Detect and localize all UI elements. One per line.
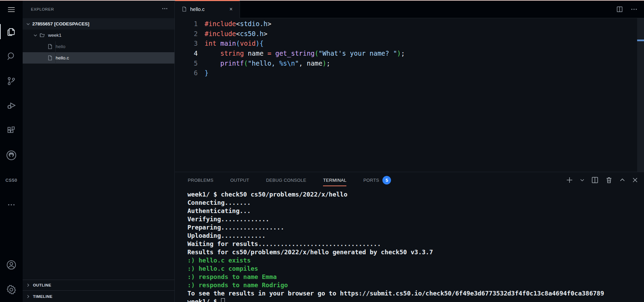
panel-tab-debug-console[interactable]: DEBUG CONSOLE: [266, 172, 306, 188]
line-number: 4: [175, 48, 198, 58]
new-terminal-button[interactable]: [565, 176, 574, 184]
code-text: string name = get_string("What's your na…: [198, 48, 405, 58]
tree-item-27855657-codespaces-[interactable]: 27855657 [CODESPACES]: [23, 18, 174, 30]
settings-button[interactable]: [0, 277, 23, 302]
explorer-files-icon: [6, 26, 16, 37]
panel-tab-terminal[interactable]: TERMINAL: [323, 172, 346, 188]
code-text: int main(void){: [198, 38, 264, 48]
split-terminal-icon: [591, 176, 599, 184]
terminal-line-success: :) hello.c compiles: [187, 265, 641, 273]
editor-scrollbar[interactable]: [637, 18, 644, 172]
chevron-down-icon: [25, 21, 31, 27]
ports-count-badge: 5: [382, 176, 391, 184]
terminal-dropdown-button[interactable]: [579, 177, 585, 183]
activity-source-control-button[interactable]: [0, 69, 23, 93]
activity-bar: CS50: [0, 0, 23, 302]
split-editor-icon: [616, 5, 623, 13]
code-text: }: [198, 68, 208, 78]
code-line-3[interactable]: 3int main(void){: [175, 38, 644, 48]
file-icon: [47, 44, 53, 49]
tab-hello-c[interactable]: hello.c ×: [175, 0, 240, 18]
section-timeline[interactable]: TIMELINE: [23, 290, 174, 302]
code-line-4[interactable]: 4 string name = get_string("What's your …: [175, 48, 644, 58]
tab-label: hello.c: [190, 7, 205, 12]
panel-tab-output[interactable]: OUTPUT: [230, 172, 249, 188]
maximize-panel-button[interactable]: [619, 177, 626, 183]
editor-group: hello.c × 1#include<stdio.h>2#include<cs…: [175, 0, 644, 302]
split-editor-button[interactable]: [616, 5, 623, 13]
file-icon: [47, 55, 53, 61]
terminal-line: week1/ $: [187, 298, 641, 302]
account-button[interactable]: [0, 253, 23, 277]
activity-run-debug-button[interactable]: [0, 93, 23, 118]
bottom-panel: PROBLEMSOUTPUTDEBUG CONSOLETERMINALPORTS…: [175, 172, 644, 302]
terminal-line-success: :) responds to name Rodrigo: [187, 281, 641, 289]
sidebar-explorer: EXPLORER 27855657 [CODESPACES]week1hello…: [23, 0, 175, 302]
code-line-5[interactable]: 5 printf("hello, %s\n", name);: [175, 58, 644, 68]
file-tree: 27855657 [CODESPACES]week1hellohello.c: [23, 18, 174, 64]
terminal-line: Verifying.............: [187, 215, 641, 223]
code-text: #include<stdio.h>: [198, 19, 272, 29]
folder-open-icon: [39, 32, 45, 38]
close-panel-button[interactable]: [632, 177, 639, 183]
code-line-1[interactable]: 1#include<stdio.h>: [175, 19, 644, 29]
activity-explorer-button[interactable]: [0, 19, 23, 44]
account-icon: [6, 259, 17, 270]
code-line-2[interactable]: 2#include<cs50.h>: [175, 29, 644, 39]
chevron-right-icon: [25, 282, 31, 288]
github-octocat-icon: [5, 149, 17, 161]
activity-github-button[interactable]: [0, 143, 23, 168]
vscode-window: CS50 EXPLORER 27855657 [CODESPACES]week1…: [0, 0, 644, 302]
panel-actions: [565, 172, 639, 188]
code-editor[interactable]: 1#include<stdio.h>2#include<cs50.h>3int …: [175, 18, 644, 172]
section-outline[interactable]: OUTLINE: [23, 280, 174, 290]
ellipsis-icon: [7, 200, 16, 209]
terminal-line: week1/ $ check50 cs50/problems/2022/x/he…: [187, 190, 641, 199]
activity-extensions-button[interactable]: [0, 118, 23, 143]
activity-bar-bottom: [0, 253, 23, 302]
ellipsis-icon: [630, 5, 638, 13]
extensions-icon: [6, 125, 16, 136]
terminal-output[interactable]: week1/ $ check50 cs50/problems/2022/x/he…: [187, 188, 641, 302]
tabbar-actions: [616, 0, 638, 18]
editor-tab-bar: hello.c ×: [175, 0, 644, 18]
chevron-up-icon: [619, 177, 626, 183]
activity-cs50-button[interactable]: CS50: [0, 168, 23, 192]
tree-item-week1[interactable]: week1: [23, 30, 174, 41]
tree-item-hello[interactable]: hello: [23, 41, 174, 52]
ellipsis-icon: [161, 5, 168, 12]
tree-indent-guide: [55, 41, 56, 64]
gear-icon: [6, 284, 17, 295]
activity-more-button[interactable]: [0, 192, 23, 217]
panel-tab-label: TERMINAL: [323, 178, 346, 183]
chevron-down-icon: [579, 177, 585, 183]
terminal-line: Preparing.................: [187, 223, 641, 232]
tree-item-label: hello.c: [56, 55, 69, 60]
window-top-border: [0, 0, 644, 1]
panel-tab-problems[interactable]: PROBLEMS: [188, 172, 214, 188]
line-number: 1: [175, 19, 198, 29]
explorer-more-button[interactable]: [161, 5, 168, 13]
split-terminal-button[interactable]: [591, 176, 599, 184]
file-icon: [181, 6, 187, 12]
activity-search-button[interactable]: [0, 44, 23, 69]
kill-terminal-button[interactable]: [605, 176, 613, 184]
run-debug-icon: [6, 100, 17, 111]
tree-item-label: week1: [48, 33, 61, 38]
terminal-line: Authenticating...: [187, 207, 641, 215]
terminal-cursor: [221, 298, 225, 302]
tab-close-icon[interactable]: ×: [227, 5, 235, 13]
tree-item-hello-c[interactable]: hello.c: [23, 52, 174, 64]
menu-button[interactable]: [0, 0, 23, 19]
source-control-icon: [6, 76, 16, 86]
section-label: TIMELINE: [33, 294, 53, 299]
tree-item-label: hello: [56, 44, 66, 49]
editor-more-button[interactable]: [630, 5, 638, 13]
panel-tab-label: OUTPUT: [230, 178, 249, 183]
panel-tab-ports[interactable]: PORTS5: [363, 172, 391, 188]
code-line-6[interactable]: 6}: [175, 68, 644, 78]
line-number: 2: [175, 29, 198, 39]
sidebar-sections: OUTLINETIMELINE: [23, 280, 174, 302]
line-number: 6: [175, 68, 198, 78]
close-icon: [632, 177, 639, 183]
